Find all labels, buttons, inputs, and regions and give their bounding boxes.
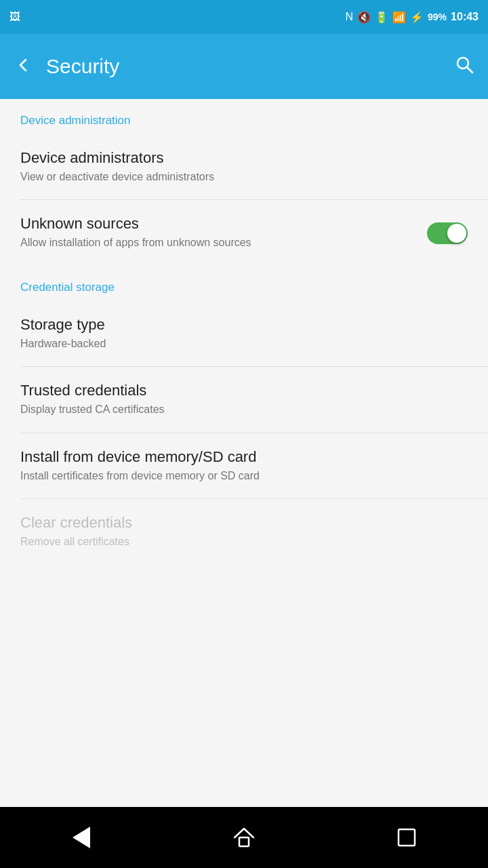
signal-icon: 📶 [392,11,406,24]
setting-title-unknown-sources: Unknown sources [20,215,416,233]
status-bar: 🖼 N 🔇 🔋 📶 ⚡ 99% 10:43 [0,0,488,34]
battery-icon: 🔋 [375,11,388,24]
mute-icon: 🔇 [357,11,371,24]
setting-text-device-administrators: Device administrators View or deactivate… [20,149,468,184]
setting-title-clear-credentials: Clear credentials [20,514,468,532]
settings-content: Device administration Device administrat… [0,99,488,807]
section-header-device-admin: Device administration [0,99,488,134]
setting-text-unknown-sources: Unknown sources Allow installation of ap… [20,215,416,250]
svg-line-1 [467,67,472,73]
gallery-icon: 🖼 [9,11,20,23]
setting-text-storage-type: Storage type Hardware-backed [20,316,468,351]
setting-subtitle-storage-type: Hardware-backed [20,336,468,351]
setting-text-trusted-credentials: Trusted credentials Display trusted CA c… [20,382,468,417]
setting-item-install-from-device[interactable]: Install from device memory/SD card Insta… [0,433,488,498]
setting-subtitle-install-from-device: Install certificates from device memory … [20,469,468,484]
setting-item-unknown-sources[interactable]: Unknown sources Allow installation of ap… [0,200,488,265]
nav-home-icon [232,825,256,850]
setting-subtitle-device-administrators: View or deactivate device administrators [20,170,468,184]
nav-home-button[interactable] [224,817,264,858]
nav-bar [0,807,488,868]
setting-title-device-administrators: Device administrators [20,149,468,167]
setting-subtitle-unknown-sources: Allow installation of apps from unknown … [20,235,416,250]
unknown-sources-toggle[interactable] [427,222,468,244]
section-header-credential-storage: Credential storage [0,266,488,301]
setting-text-clear-credentials: Clear credentials Remove all certificate… [20,514,468,549]
setting-title-storage-type: Storage type [20,316,468,334]
page-title: Security [46,55,454,78]
nav-recents-button[interactable] [386,817,427,858]
charging-icon: ⚡ [410,11,424,24]
nav-back-icon [73,827,90,848]
setting-item-clear-credentials: Clear credentials Remove all certificate… [0,499,488,564]
app-bar: Security [0,34,488,99]
svg-rect-2 [239,837,249,846]
setting-title-install-from-device: Install from device memory/SD card [20,448,468,466]
setting-item-device-administrators[interactable]: Device administrators View or deactivate… [0,134,488,199]
setting-title-trusted-credentials: Trusted credentials [20,382,468,399]
setting-subtitle-clear-credentials: Remove all certificates [20,534,468,549]
setting-text-install-from-device: Install from device memory/SD card Insta… [20,448,468,484]
setting-item-trusted-credentials[interactable]: Trusted credentials Display trusted CA c… [0,367,488,432]
clock: 10:43 [451,11,479,23]
battery-percent: 99% [428,12,447,22]
nav-back-button[interactable] [61,817,102,858]
nav-recents-icon [397,828,416,847]
back-button[interactable] [14,56,33,78]
setting-item-storage-type[interactable]: Storage type Hardware-backed [0,301,488,366]
status-right-icons: N 🔇 🔋 📶 ⚡ 99% 10:43 [345,11,479,24]
search-button[interactable] [454,54,474,79]
nfc-icon: N [345,11,353,23]
toggle-knob [447,224,466,243]
status-left-icons: 🖼 [9,11,20,23]
svg-rect-3 [399,829,415,846]
setting-subtitle-trusted-credentials: Display trusted CA certificates [20,402,468,417]
